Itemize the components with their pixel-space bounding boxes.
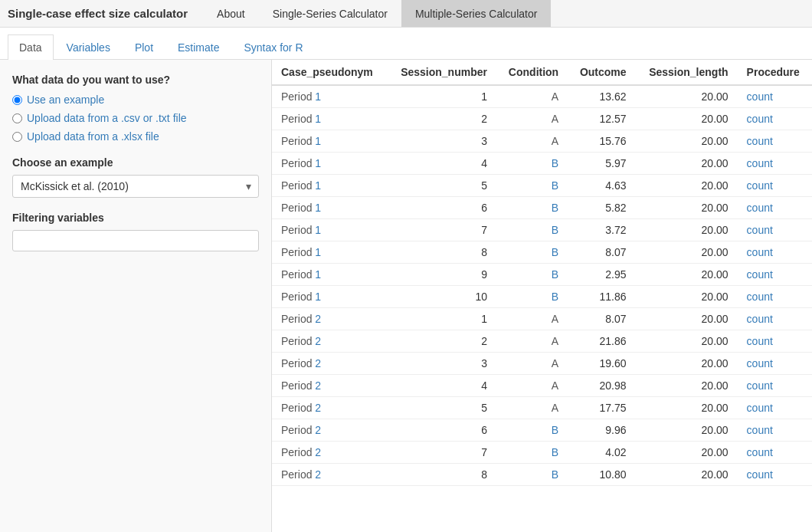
cell-outcome: 5.97 <box>568 153 635 175</box>
col-session-length: Session_length <box>636 60 738 85</box>
cell-outcome: 4.63 <box>568 175 635 197</box>
radio-upload-xlsx[interactable]: Upload data from a .xlsx file <box>12 130 259 143</box>
cell-outcome: 4.02 <box>568 442 635 464</box>
example-dropdown-wrapper: McKissick et al. (2010) Another example … <box>12 175 259 198</box>
data-question: What data do you want to use? <box>12 74 259 86</box>
cell-session-length: 20.00 <box>636 375 738 397</box>
main-layout: What data do you want to use? Use an exa… <box>0 60 812 532</box>
cell-case-pseudonym: Period 1 <box>272 108 387 130</box>
cell-session-length: 20.00 <box>636 286 738 308</box>
cell-procedure: count <box>738 330 812 353</box>
cell-procedure: count <box>738 397 812 419</box>
cell-case-pseudonym: Period 2 <box>272 330 387 353</box>
cell-procedure: count <box>738 464 812 486</box>
cell-outcome: 5.82 <box>568 197 635 219</box>
tab-variables[interactable]: Variables <box>55 34 122 60</box>
cell-session-number: 7 <box>387 219 496 241</box>
cell-outcome: 11.86 <box>568 286 635 308</box>
table-row: Period 12A12.5720.00count <box>272 108 812 130</box>
nav-single-series[interactable]: Single-Series Calculator <box>259 0 401 27</box>
cell-case-pseudonym: Period 1 <box>272 130 387 153</box>
cell-session-length: 20.00 <box>636 219 738 241</box>
cell-case-pseudonym: Period 1 <box>272 85 387 108</box>
cell-condition: B <box>496 175 568 197</box>
cell-session-number: 4 <box>387 375 496 397</box>
cell-condition: B <box>496 464 568 486</box>
cell-procedure: count <box>738 442 812 464</box>
cell-procedure: count <box>738 219 812 241</box>
cell-outcome: 12.57 <box>568 108 635 130</box>
cell-procedure: count <box>738 375 812 397</box>
cell-session-length: 20.00 <box>636 108 738 130</box>
nav-multiple-series[interactable]: Multiple-Series Calculator <box>401 0 552 27</box>
tab-data[interactable]: Data <box>8 34 54 60</box>
cell-outcome: 10.80 <box>568 464 635 486</box>
cell-condition: B <box>496 286 568 308</box>
cell-procedure: count <box>738 130 812 153</box>
table-row: Period 17B3.7220.00count <box>272 219 812 241</box>
cell-condition: B <box>496 219 568 241</box>
cell-session-length: 20.00 <box>636 442 738 464</box>
cell-session-length: 20.00 <box>636 308 738 330</box>
cell-condition: A <box>496 353 568 375</box>
tab-plot[interactable]: Plot <box>123 34 165 60</box>
cell-session-number: 5 <box>387 175 496 197</box>
table-row: Period 13A15.7620.00count <box>272 130 812 153</box>
cell-session-number: 4 <box>387 153 496 175</box>
cell-case-pseudonym: Period 1 <box>272 286 387 308</box>
col-session-number: Session_number <box>387 60 496 85</box>
col-outcome: Outcome <box>568 60 635 85</box>
table-row: Period 11A13.6220.00count <box>272 85 812 108</box>
cell-case-pseudonym: Period 2 <box>272 397 387 419</box>
cell-session-number: 10 <box>387 286 496 308</box>
cell-procedure: count <box>738 353 812 375</box>
cell-case-pseudonym: Period 1 <box>272 153 387 175</box>
cell-procedure: count <box>738 241 812 264</box>
cell-session-length: 20.00 <box>636 241 738 264</box>
cell-session-length: 20.00 <box>636 130 738 153</box>
radio-use-example[interactable]: Use an example <box>12 94 259 106</box>
data-table: Case_pseudonym Session_number Condition … <box>272 60 812 486</box>
cell-case-pseudonym: Period 1 <box>272 241 387 264</box>
cell-condition: A <box>496 130 568 153</box>
radio-upload-csv[interactable]: Upload data from a .csv or .txt file <box>12 112 259 124</box>
cell-session-length: 20.00 <box>636 175 738 197</box>
table-row: Period 18B8.0720.00count <box>272 241 812 264</box>
cell-session-length: 20.00 <box>636 153 738 175</box>
example-dropdown[interactable]: McKissick et al. (2010) Another example <box>12 175 259 198</box>
cell-session-length: 20.00 <box>636 330 738 353</box>
cell-outcome: 20.98 <box>568 375 635 397</box>
cell-session-number: 8 <box>387 464 496 486</box>
cell-condition: A <box>496 85 568 108</box>
cell-condition: B <box>496 153 568 175</box>
cell-session-number: 3 <box>387 130 496 153</box>
cell-session-number: 1 <box>387 308 496 330</box>
cell-procedure: count <box>738 153 812 175</box>
cell-session-number: 7 <box>387 442 496 464</box>
cell-outcome: 21.86 <box>568 330 635 353</box>
col-condition: Condition <box>496 60 568 85</box>
cell-case-pseudonym: Period 1 <box>272 175 387 197</box>
cell-condition: A <box>496 330 568 353</box>
cell-case-pseudonym: Period 2 <box>272 442 387 464</box>
cell-condition: B <box>496 241 568 264</box>
cell-condition: B <box>496 419 568 442</box>
data-source-radio-group: Use an example Upload data from a .csv o… <box>12 94 259 143</box>
cell-session-number: 2 <box>387 108 496 130</box>
choose-example-label: Choose an example <box>12 156 259 169</box>
cell-outcome: 3.72 <box>568 219 635 241</box>
cell-procedure: count <box>738 108 812 130</box>
cell-procedure: count <box>738 175 812 197</box>
cell-session-length: 20.00 <box>636 85 738 108</box>
filter-input[interactable] <box>12 230 259 251</box>
nav-about[interactable]: About <box>203 0 259 27</box>
sub-tabs: Data Variables Plot Estimate Syntax for … <box>0 28 812 60</box>
cell-session-number: 6 <box>387 197 496 219</box>
cell-case-pseudonym: Period 2 <box>272 353 387 375</box>
cell-case-pseudonym: Period 1 <box>272 219 387 241</box>
sidebar: What data do you want to use? Use an exa… <box>0 60 272 532</box>
tab-syntax-r[interactable]: Syntax for R <box>233 34 315 60</box>
tab-estimate[interactable]: Estimate <box>166 34 231 60</box>
cell-outcome: 13.62 <box>568 85 635 108</box>
cell-session-length: 20.00 <box>636 353 738 375</box>
